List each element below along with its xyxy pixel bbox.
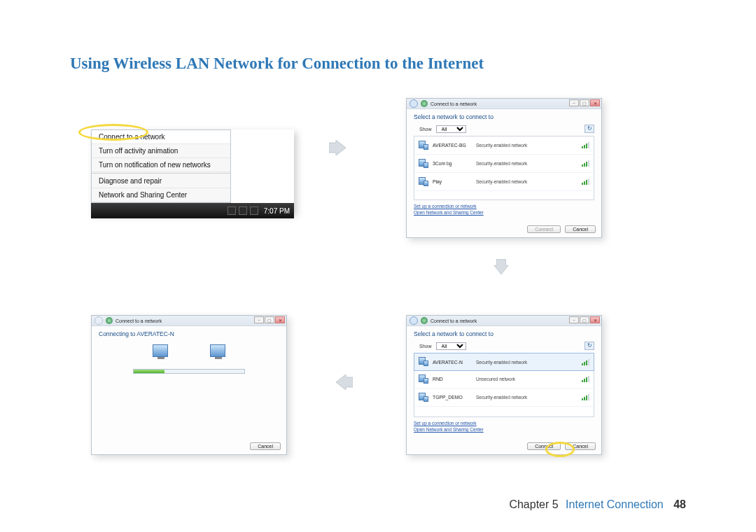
computer-pair-icon (419, 141, 428, 150)
network-row[interactable]: RND Unsecured network (414, 370, 594, 388)
page-title: Using Wireless LAN Network for Connectio… (70, 55, 484, 73)
window-title: Connect to a network (115, 318, 162, 323)
connecting-window: Connect to a network – ▢ ✕ Connecting to… (91, 315, 287, 455)
computer-pair-icon (419, 177, 428, 187)
network-security: Security-enabled network (476, 395, 579, 400)
minimize-button[interactable]: – (569, 316, 579, 323)
menu-item-diagnose[interactable]: Diagnose and repair (92, 174, 230, 188)
page-footer: Chapter 5 Internet Connection 48 (509, 498, 686, 511)
back-icon[interactable] (410, 99, 418, 108)
network-list: AVERATEC-BG Security-enabled network 3Co… (414, 136, 594, 200)
network-security: Security-enabled network (476, 360, 579, 365)
signal-icon (582, 142, 589, 148)
signal-icon (582, 359, 589, 365)
select-network-window-2: Connect to a network – ▢ ✕ Select a netw… (406, 315, 602, 455)
monitor-local-icon (153, 344, 168, 357)
progress-bar (133, 369, 245, 374)
show-dropdown[interactable]: All (436, 342, 466, 350)
network-security: Security-enabled network (476, 143, 579, 148)
tray-icon[interactable] (250, 206, 258, 215)
maximize-button[interactable]: ▢ (580, 316, 589, 323)
minimize-button[interactable]: – (254, 316, 264, 323)
network-name: TGPP_DEMO (433, 395, 476, 400)
menu-item-sharing[interactable]: Network and Sharing Center (92, 188, 230, 202)
connect-button[interactable]: Connect (527, 442, 561, 450)
close-button[interactable]: ✕ (275, 316, 285, 323)
maximize-button[interactable]: ▢ (265, 316, 274, 323)
network-list: AVERATEC-N Security-enabled network RND … (414, 353, 594, 417)
network-name: AVERATEC-BG (433, 143, 476, 148)
network-name: RND (433, 377, 476, 382)
computer-pair-icon (419, 393, 428, 402)
network-name: 3Com bg (433, 161, 476, 166)
window-title: Connect to a network (430, 102, 477, 106)
computer-pair-icon (419, 357, 428, 367)
tray-icon[interactable] (239, 206, 247, 215)
tray-context-menu-screenshot: Connect to a network Turn off activity a… (91, 130, 294, 214)
back-icon (94, 316, 103, 325)
network-icon (106, 317, 113, 324)
cancel-button[interactable]: Cancel (565, 225, 596, 233)
close-button[interactable]: ✕ (590, 316, 600, 323)
link-center[interactable]: Open Network and Sharing Center (414, 426, 594, 433)
connection-graphic (153, 344, 225, 357)
arrow-down-icon (493, 259, 510, 274)
cancel-button[interactable]: Cancel (565, 442, 596, 450)
network-row-selected[interactable]: AVERATEC-N Security-enabled network (414, 353, 594, 371)
monitor-remote-icon (210, 344, 225, 357)
network-name: Play (433, 179, 476, 184)
taskbar: 7:07 PM (91, 203, 294, 218)
menu-item-connect[interactable]: Connect to a network (92, 130, 230, 144)
footer-chapter-name: Internet Connection (566, 498, 664, 510)
connecting-heading: Connecting to AVERATEC-N (99, 330, 279, 337)
refresh-button[interactable]: ↻ (584, 342, 594, 350)
link-setup[interactable]: Set up a connection or network (414, 203, 594, 209)
svg-marker-2 (336, 374, 353, 390)
window-title: Connect to a network (430, 318, 477, 323)
connect-button: Connect (527, 225, 561, 233)
footer-chapter-label: Chapter 5 (509, 498, 558, 510)
close-button[interactable]: ✕ (590, 99, 600, 106)
select-network-window-1: Connect to a network – ▢ ✕ Select a netw… (406, 98, 602, 238)
footer-links: Set up a connection or network Open Netw… (414, 203, 594, 216)
title-bar: Connect to a network – ▢ ✕ (407, 99, 601, 109)
network-icon (421, 100, 428, 107)
show-label: Show (419, 127, 432, 132)
clock: 7:07 PM (264, 207, 290, 215)
network-name: AVERATEC-N (433, 360, 476, 365)
signal-icon (582, 160, 589, 167)
back-icon[interactable] (410, 316, 418, 325)
signal-icon (582, 178, 589, 185)
menu-separator (92, 173, 230, 174)
context-menu: Connect to a network Turn off activity a… (91, 130, 231, 203)
network-row[interactable]: TGPP_DEMO Security-enabled network (414, 388, 594, 407)
menu-item-notify[interactable]: Turn on notification of new networks (92, 158, 230, 172)
select-heading: Select a network to connect to (414, 330, 594, 337)
cancel-button[interactable]: Cancel (250, 442, 281, 450)
footer-page-number: 48 (673, 498, 686, 510)
signal-icon (582, 376, 589, 382)
menu-item-activity[interactable]: Turn off activity animation (92, 144, 230, 158)
network-security: Security-enabled network (476, 179, 579, 184)
network-security: Security-enabled network (476, 161, 579, 166)
network-row[interactable]: 3Com bg Security-enabled network (414, 155, 594, 173)
network-security: Unsecured network (476, 377, 579, 382)
title-bar: Connect to a network – ▢ ✕ (407, 316, 601, 326)
minimize-button[interactable]: – (569, 99, 579, 106)
network-row[interactable]: AVERATEC-BG Security-enabled network (414, 136, 594, 155)
signal-icon (582, 394, 589, 400)
svg-marker-0 (329, 140, 346, 155)
link-setup[interactable]: Set up a connection or network (414, 420, 594, 426)
title-bar: Connect to a network – ▢ ✕ (92, 316, 286, 326)
maximize-button[interactable]: ▢ (580, 99, 589, 106)
network-icon (421, 317, 428, 324)
system-tray: 7:07 PM (227, 206, 290, 215)
tray-icon[interactable] (227, 206, 236, 215)
network-row[interactable]: Play Security-enabled network (414, 173, 594, 191)
select-heading: Select a network to connect to (414, 113, 594, 120)
svg-marker-1 (494, 259, 508, 274)
show-dropdown[interactable]: All (436, 125, 466, 133)
show-label: Show (419, 344, 432, 349)
link-center[interactable]: Open Network and Sharing Center (414, 209, 594, 216)
refresh-button[interactable]: ↻ (584, 125, 594, 133)
